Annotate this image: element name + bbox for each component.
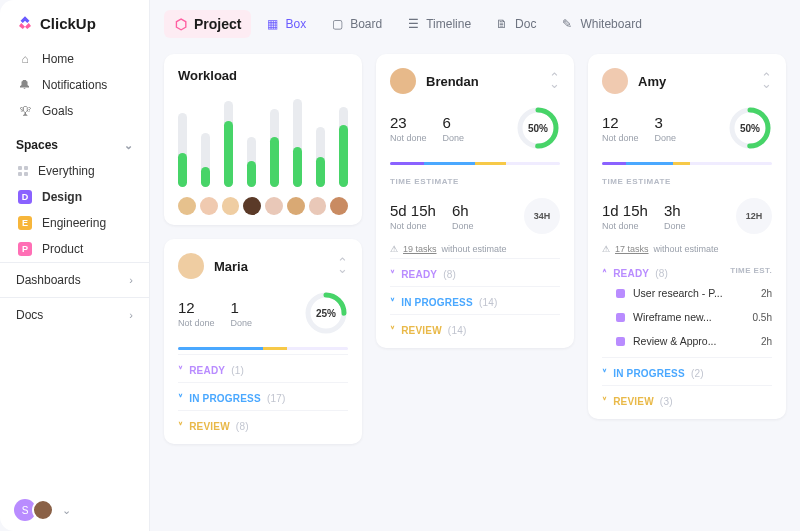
chevron-icon: ˅ xyxy=(390,297,395,308)
time-estimate-header: TIME ESTIMATE xyxy=(390,177,560,186)
status-count: (14) xyxy=(448,325,467,336)
workload-avatars xyxy=(178,197,348,215)
chevron-icon: ˅ xyxy=(178,365,183,376)
status-label: IN PROGRESS xyxy=(613,368,685,379)
chevron-icon: ˅ xyxy=(390,325,395,336)
space-item-product[interactable]: PProduct xyxy=(0,236,149,262)
tab-box[interactable]: ▦Box xyxy=(255,11,316,37)
spaces-header[interactable]: Spaces⌄ xyxy=(0,126,149,158)
task-row[interactable]: Wireframe new...0.5h xyxy=(602,305,772,329)
avatar[interactable] xyxy=(309,197,327,215)
bell-icon: 🔔︎ xyxy=(18,78,32,92)
status-count: (8) xyxy=(236,421,249,432)
avatar xyxy=(390,68,416,94)
workload-bar xyxy=(293,99,302,187)
workload-bar xyxy=(224,101,233,187)
tab-project[interactable]: ⬡Project xyxy=(164,10,251,38)
space-item-engineering[interactable]: EEngineering xyxy=(0,210,149,236)
task-hours: 2h xyxy=(761,288,772,299)
section-docs[interactable]: Docs› xyxy=(0,297,149,332)
status-row-ready[interactable]: ˅READY(1) xyxy=(178,354,348,378)
sidebar: ClickUp ⌂Home 🔔︎Notifications 🏆︎Goals Sp… xyxy=(0,0,150,531)
column-3: Amy⌃⌄ 12Not done3Done50% TIME ESTIMATE 1… xyxy=(588,54,786,517)
status-row-review[interactable]: ˅REVIEW(8) xyxy=(178,410,348,434)
expand-icon[interactable]: ⌃⌄ xyxy=(549,75,560,87)
chevron-icon: ˅ xyxy=(178,393,183,404)
progress-bar xyxy=(390,162,560,165)
workload-card: Workload xyxy=(164,54,362,225)
chevron-icon: ˅ xyxy=(178,421,183,432)
status-label: IN PROGRESS xyxy=(189,393,261,404)
status-count: (17) xyxy=(267,393,286,404)
expand-icon[interactable]: ⌃⌄ xyxy=(761,75,772,87)
column-1: Workload Maria⌃⌄ 12Not done1Done25% ˅REA… xyxy=(164,54,362,517)
stat-notdone-value: 12 xyxy=(178,299,215,316)
workload-chart xyxy=(178,97,348,187)
chevron-down-icon: ⌄ xyxy=(62,504,71,517)
avatar[interactable] xyxy=(287,197,305,215)
status-row-in-progress[interactable]: ˅IN PROGRESS(17) xyxy=(178,382,348,406)
progress-bar xyxy=(178,347,348,350)
task-row[interactable]: Review & Appro...2h xyxy=(602,329,772,353)
warning-icon: ⚠︎ xyxy=(602,244,610,254)
time-est-column-header: TIME EST. xyxy=(730,266,772,275)
hours-chip: 12H xyxy=(736,198,772,234)
workload-bar xyxy=(201,133,210,187)
workload-title: Workload xyxy=(178,68,348,83)
status-count: (2) xyxy=(691,368,704,379)
person-name: Maria xyxy=(214,259,248,274)
task-hours: 0.5h xyxy=(753,312,772,323)
status-row-review[interactable]: ˅REVIEW(14) xyxy=(390,314,560,338)
avatar[interactable] xyxy=(243,197,261,215)
sidebar-footer[interactable]: S ⌄ xyxy=(0,489,149,531)
primary-nav: ⌂Home 🔔︎Notifications 🏆︎Goals xyxy=(0,44,149,126)
task-name: Wireframe new... xyxy=(633,311,712,323)
box-icon: ▦ xyxy=(265,17,279,31)
space-item-design[interactable]: DDesign xyxy=(0,184,149,210)
task-row[interactable]: User research - P...2h xyxy=(602,281,772,305)
space-everything[interactable]: Everything xyxy=(0,158,149,184)
hours-chip: 34H xyxy=(524,198,560,234)
task-name: Review & Appro... xyxy=(633,335,716,347)
tab-whiteboard[interactable]: ✎Whiteboard xyxy=(550,11,651,37)
nav-home[interactable]: ⌂Home xyxy=(8,46,141,72)
tab-doc[interactable]: 🗎Doc xyxy=(485,11,546,37)
board-icon: ▢ xyxy=(330,17,344,31)
status-label: REVIEW xyxy=(613,396,654,407)
avatar[interactable] xyxy=(178,197,196,215)
avatar[interactable] xyxy=(330,197,348,215)
status-dot-icon xyxy=(616,313,625,322)
avatar[interactable] xyxy=(200,197,218,215)
status-label: READY xyxy=(401,269,437,280)
status-row-ready[interactable]: ˄READY(8) xyxy=(602,260,668,281)
tab-board[interactable]: ▢Board xyxy=(320,11,392,37)
status-label: REVIEW xyxy=(189,421,230,432)
chevron-right-icon: › xyxy=(129,274,133,286)
tab-timeline[interactable]: ☰Timeline xyxy=(396,11,481,37)
whiteboard-icon: ✎ xyxy=(560,17,574,31)
status-row-in-progress[interactable]: ˅IN PROGRESS(14) xyxy=(390,286,560,310)
status-row-review[interactable]: ˅REVIEW(3) xyxy=(602,385,772,409)
warning-icon: ⚠︎ xyxy=(390,244,398,254)
avatar[interactable] xyxy=(222,197,240,215)
clickup-logo xyxy=(16,14,34,32)
status-count: (1) xyxy=(231,365,244,376)
brand-name: ClickUp xyxy=(40,15,96,32)
status-count: (8) xyxy=(443,269,456,280)
warning-link[interactable]: 17 tasks xyxy=(615,244,649,254)
status-row-in-progress[interactable]: ˅IN PROGRESS(2) xyxy=(602,357,772,381)
person-name: Amy xyxy=(638,74,666,89)
task-name: User research - P... xyxy=(633,287,723,299)
warning-link[interactable]: 19 tasks xyxy=(403,244,437,254)
nav-notifications[interactable]: 🔔︎Notifications xyxy=(8,72,141,98)
view-tabs: ⬡Project ▦Box ▢Board ☰Timeline 🗎Doc ✎Whi… xyxy=(150,0,800,48)
expand-icon[interactable]: ⌃⌄ xyxy=(337,260,348,272)
avatar[interactable] xyxy=(265,197,283,215)
space-list: DDesignEEngineeringPProduct xyxy=(0,184,149,262)
section-dashboards[interactable]: Dashboards› xyxy=(0,262,149,297)
nav-goals[interactable]: 🏆︎Goals xyxy=(8,98,141,124)
main: ⬡Project ▦Box ▢Board ☰Timeline 🗎Doc ✎Whi… xyxy=(150,0,800,531)
box-board: Workload Maria⌃⌄ 12Not done1Done25% ˅REA… xyxy=(150,48,800,531)
status-row-ready[interactable]: ˅READY(8) xyxy=(390,258,560,282)
status-label: READY xyxy=(189,365,225,376)
